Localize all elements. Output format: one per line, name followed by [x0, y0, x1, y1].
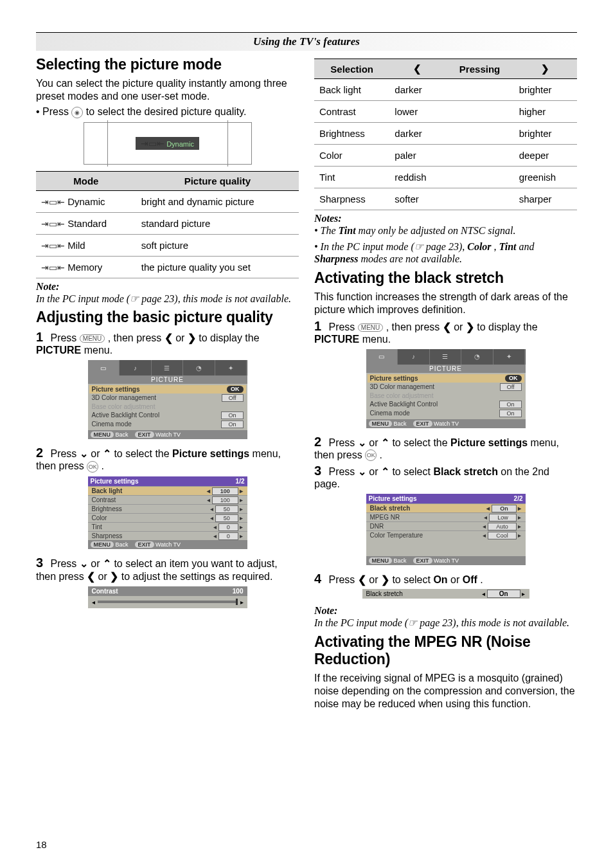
step-1: 1 Press MENU , then press ❮ or ❯ to disp… [36, 330, 299, 356]
up-arrow-icon: ⌃ [381, 466, 389, 477]
t: or [98, 571, 111, 582]
stepnum-3: 3 [36, 556, 48, 570]
t: Black stretch [433, 466, 498, 477]
t: or [454, 321, 466, 332]
bs-menu-btn: MENU [369, 557, 393, 564]
para-select-intro: You can select the picture quality insta… [36, 77, 299, 103]
osd-dynamic-label: ⇥▭⇤ Dynamic [136, 137, 199, 150]
t: Press [50, 558, 79, 569]
list-item: Cinema modeOn [89, 420, 246, 429]
bnote-text: In the PC input mode (☞ page 23), this m… [314, 617, 577, 629]
t: Tint [499, 241, 517, 252]
t: or [91, 448, 103, 459]
t: Watch TV [155, 431, 181, 438]
ps-title: Picture settings [91, 478, 139, 485]
bnote-label: Note: [314, 605, 577, 617]
tab-function-icon: ◔ [461, 349, 493, 365]
slider-thumb [236, 599, 238, 605]
ps-exit-btn: EXIT [135, 541, 154, 548]
t: menu. [84, 345, 112, 356]
step-3: 3 Press ⌄ or ⌃ to select an item you wan… [36, 556, 299, 583]
osd-dynamic-text: Dynamic [166, 140, 194, 148]
tab-audio-icon: ♪ [120, 360, 152, 375]
page: Using the TV's features Selecting the pi… [0, 0, 613, 868]
notes-label: Notes: [314, 213, 577, 224]
down-arrow-icon: ⌄ [80, 558, 88, 569]
right-arrow-icon: ❯ [110, 571, 118, 582]
tab-picture-icon: ▭ [88, 360, 120, 375]
txt: • Press [36, 106, 71, 117]
bstepnum-2: 2 [314, 435, 326, 449]
page-number: 18 [36, 839, 47, 850]
section-header: Using the TV's features [36, 32, 577, 51]
t: Press [328, 574, 357, 585]
t: to display the [477, 321, 537, 332]
bstepnum-3: 3 [314, 464, 326, 478]
down-arrow-icon: ⌄ [358, 437, 366, 448]
para-mpeg: If the receiving signal of MPEG is a mos… [314, 672, 577, 710]
t: , then press [386, 321, 443, 332]
t: or [91, 558, 103, 569]
picture-menu-title: PICTURE [88, 375, 247, 384]
picture-menu-osd: ▭ ♪ ☰ ◔ ✦ PICTURE Picture settingsOK3D C… [88, 360, 247, 439]
t: . [102, 460, 104, 471]
picture-settings-osd: Picture settings 1/2 Back light◂ 100 ▸Co… [88, 476, 247, 549]
contrast-slider-osd: Contrast 100 ◂ ▸ [88, 586, 247, 608]
up-arrow-icon: ⌃ [103, 558, 111, 569]
t: Press [50, 332, 79, 343]
up-arrow-icon: ⌃ [381, 437, 389, 448]
heading-black-stretch: Activating the black stretch [314, 269, 577, 287]
t: Back [116, 431, 129, 438]
slider-label: Contrast [92, 588, 118, 595]
notes-1: • The Tint may only be adjusted on NTSC … [314, 224, 577, 237]
picture-mode-button-icon: ◉ [71, 107, 83, 118]
slider-value: 100 [233, 588, 244, 595]
t: Tint [339, 225, 356, 236]
menu-exit-btn: EXIT [135, 431, 154, 438]
t: PICTURE [36, 345, 81, 356]
black-settings-osd: Picture settings 2/2 Black stretch◂ On ▸… [366, 494, 526, 565]
bstep-2: 2 Press ⌄ or ⌃ to select the Picture set… [314, 435, 577, 462]
heading-selecting-picture-mode: Selecting the picture mode [36, 56, 299, 73]
t: Back [116, 541, 129, 548]
picture-mode-icon: ⇥▭⇤ [41, 240, 65, 251]
mode-head-mode: Mode [36, 172, 136, 191]
table-row: Colorpalerdeeper [314, 145, 577, 167]
list-item: Back light◂ 100 ▸ [88, 486, 247, 495]
list-item: Base color adjustment [89, 402, 246, 411]
t: or [450, 574, 463, 585]
table-row: ⇥▭⇤ Memorythe picture quality you set [36, 257, 299, 278]
picture-mode-icon: ⇥▭⇤ [41, 262, 65, 273]
picture-menu-osd-2: ▭ ♪ ☰ ◔ ✦ PICTURE Picture settingsOK3D C… [366, 349, 526, 428]
ps-page: 1/2 [236, 478, 245, 485]
t: to select the [114, 448, 172, 459]
down-arrow-icon: ⌄ [80, 448, 88, 459]
list-item: Picture settingsOK [89, 385, 246, 393]
bs-exit-btn: EXIT [413, 557, 432, 564]
table-row: ⇥▭⇤ Dynamicbright and dynamic picture [36, 191, 299, 213]
table-row: Sharpnesssoftersharper [314, 188, 577, 210]
list-item: Contrast◂ 100 ▸ [88, 495, 247, 504]
stepnum-2: 2 [36, 446, 48, 460]
t: . [480, 574, 483, 585]
bs-title: Picture settings [369, 495, 417, 502]
tab-picture-icon: ▭ [366, 349, 398, 365]
menu-button-icon: MENU [80, 334, 105, 343]
para-black-intro: This function increases the strength of … [314, 291, 577, 316]
table-row: Brightnessdarkerbrighter [314, 123, 577, 145]
notes-2: • In the PC input mode (☞ page 23), Colo… [314, 240, 577, 265]
left-arrow-icon: ❮ [164, 332, 173, 343]
slider-left-icon: ◂ [92, 599, 95, 606]
note-label: Note: [36, 281, 299, 293]
sel-head-left: ❮ [389, 59, 445, 79]
left-arrow-icon: ❮ [87, 571, 95, 582]
bstep-3: 3 Press ⌄ or ⌃ to select Black stretch o… [314, 464, 577, 490]
picture-mode-icon: ⇥▭⇤ [41, 197, 65, 207]
left-arrow-icon: ❮ [443, 321, 451, 332]
ps-menu-btn: MENU [91, 541, 114, 548]
bstepnum-1: 1 [314, 319, 326, 334]
stepnum-1: 1 [36, 330, 48, 345]
bstep-1: 1 Press MENU , then press ❮ or ❯ to disp… [314, 319, 577, 345]
table-row: Back lightdarkerbrighter [314, 79, 577, 101]
t: to select [392, 466, 433, 477]
